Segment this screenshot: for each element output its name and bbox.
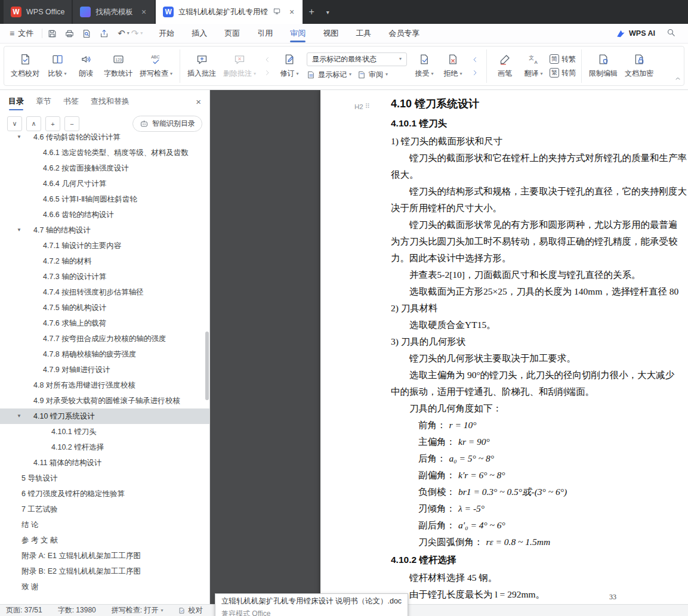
tab-close-icon[interactable]: × — [140, 7, 147, 17]
toc-item[interactable]: ▼4.7 轴的结构设计 — [0, 222, 209, 238]
toc-item[interactable]: 7 工艺试验 — [0, 502, 209, 517]
tab-docer-template[interactable]: 找稿壳模板 × — [73, 0, 155, 24]
menu-tab[interactable]: 审阅 — [289, 24, 306, 43]
drag-handle-icon[interactable]: ⠿ — [365, 103, 370, 110]
toc-item[interactable]: 4.7.1 轴设计的主要内容 — [0, 238, 209, 253]
search-button[interactable] — [666, 27, 676, 39]
new-tab-button[interactable]: + — [303, 0, 320, 24]
proofread-status-button[interactable]: 校对 — [178, 605, 202, 615]
traditional-to-simplified-button[interactable]: 繁 转简 — [550, 68, 576, 78]
tab-wps-office[interactable]: W WPS Office — [4, 0, 72, 24]
toc-item[interactable]: 4.8 对所有选用键进行强度校核 — [0, 377, 209, 393]
toc-item[interactable]: 4.7.5 轴的机构设计 — [0, 300, 209, 315]
reject-button[interactable]: 拒绝▾ — [439, 51, 467, 81]
insert-comment-button[interactable]: 插入批注 — [184, 51, 219, 81]
encrypt-button[interactable]: 文档加密 — [622, 51, 656, 81]
toc-item[interactable]: 4.6.2 按齿面接触强度设计 — [0, 160, 209, 176]
toc-item[interactable]: 4.6.6 齿轮的结构设计 — [0, 207, 209, 222]
toc-item[interactable]: 4.7.2 轴的材料 — [0, 253, 209, 269]
accept-button[interactable]: 接受▾ — [411, 51, 438, 81]
menu-tab[interactable]: 引用 — [257, 24, 273, 43]
next-change-button[interactable] — [469, 68, 481, 78]
toc-expand-icon[interactable]: ▼ — [17, 129, 21, 145]
menu-tab[interactable]: 插入 — [191, 24, 208, 43]
print-button[interactable] — [64, 29, 75, 39]
markup-state-select[interactable]: 显示标记的最终状态 ▾ — [307, 52, 407, 66]
toc-item[interactable]: 5 导轨设计 — [0, 470, 209, 486]
review-pane-button[interactable]: 审阅▾ — [357, 70, 388, 80]
simplified-to-traditional-button[interactable]: 简 转繁 — [550, 54, 576, 64]
toc-item[interactable]: ▼4.10 镗刀系统设计 — [0, 408, 209, 424]
word-count-status[interactable]: 字数: 13980 — [58, 605, 96, 615]
sidebar-tab[interactable]: 查找和替换 — [91, 90, 129, 113]
delete-comment-button[interactable]: 删除批注▾ — [220, 51, 259, 81]
save-button[interactable] — [47, 29, 57, 39]
toc-item[interactable]: 4.11 箱体的结构设计 — [0, 455, 209, 470]
toc-item[interactable]: 致 谢 — [0, 579, 209, 595]
sidebar-scrollbar-thumb[interactable] — [205, 332, 209, 400]
toc-item[interactable]: 4.9 对承受较大载荷的圆锥滚子轴承进行校核 — [0, 393, 209, 408]
menu-tab[interactable]: 视图 — [322, 24, 339, 43]
redo-button[interactable]: ↷ — [131, 28, 139, 39]
document-line: 副后角：a′₀ = 4° ~ 6° — [391, 517, 688, 534]
tab-close-icon[interactable]: × — [288, 7, 295, 17]
document-line: 后角：a₀ = 5° ~ 8° — [391, 450, 688, 467]
toc-item[interactable]: 4.7.6 求轴上的载荷 — [0, 315, 209, 331]
toc-item[interactable]: 4.6.5 计算Ⅰ-Ⅱ轴间圆柱斜齿轮 — [0, 191, 209, 207]
toc-item[interactable]: 4.10.2 镗杆选择 — [0, 439, 209, 455]
output-button[interactable] — [99, 29, 109, 39]
brush-button[interactable]: 画笔 — [491, 51, 519, 81]
tab-current-document[interactable]: W 立辊轧机机架扩孔机专用镗床 × — [156, 0, 303, 24]
toc-item[interactable]: 附录 B: E2 立辊轧机机架加工工序图 — [0, 564, 209, 579]
menu-tab[interactable]: 开始 — [158, 24, 175, 43]
undo-button[interactable]: ↶ — [118, 28, 125, 39]
sidebar-tab[interactable]: 章节 — [36, 90, 51, 113]
toc-expand-icon[interactable]: ▼ — [17, 222, 21, 238]
spell-check-button[interactable]: ABC 拼写检查▾ — [137, 51, 175, 81]
document-page[interactable]: H2 ⠿ 4.10 镗刀系统设计4.10.1 镗刀头1) 镗刀头的截面形状和尺寸… — [320, 90, 688, 604]
word-count-button[interactable]: 123 字数统计 — [101, 51, 135, 81]
heading-level-badge[interactable]: H2 ⠿ — [354, 103, 370, 110]
wps-ai-button[interactable]: WPS AI — [616, 29, 655, 39]
toc-item[interactable]: 4.6.1 选定齿轮类型、精度等级、材料及齿数 — [0, 145, 209, 160]
toc-item[interactable]: 4.6.4 几何尺寸计算 — [0, 176, 209, 191]
toc-item[interactable]: 4.10.1 镗刀头 — [0, 424, 209, 439]
doc-proofread-button[interactable]: 文档校对 — [8, 51, 42, 81]
sidebar-tab[interactable]: 书签 — [63, 90, 79, 113]
menu-tab[interactable]: 会员专享 — [388, 24, 420, 43]
document-line: 选取主偏角为 90°的镗刀头，此刀头的径向切削力很小，大大减少 — [391, 367, 688, 383]
track-changes-button[interactable]: 修订▾ — [276, 51, 303, 81]
prev-comment-button[interactable] — [261, 55, 273, 64]
toc-item[interactable]: ▼4.6 传动斜齿轮的设计计算 — [0, 129, 209, 145]
toc-item[interactable]: 4.7.3 轴的设计计算 — [0, 269, 209, 284]
toc-item[interactable]: 4.7.8 精确校核轴的疲劳强度 — [0, 346, 209, 362]
file-menu-button[interactable]: ≡ 文件 — [6, 28, 37, 39]
compare-button[interactable]: 比较▾ — [44, 51, 71, 81]
toc-item[interactable]: 4.7.9 对轴Ⅱ进行设计 — [0, 362, 209, 377]
redo-history-icon[interactable]: ▾ — [140, 31, 143, 36]
restrict-edit-button[interactable]: 限制编辑 — [586, 51, 621, 81]
menu-tab[interactable]: 页面 — [224, 24, 240, 43]
arrow-right-icon — [264, 69, 271, 76]
toc-expand-icon[interactable]: ▼ — [17, 408, 21, 424]
show-markup-button[interactable]: 显示标记▾ — [307, 70, 351, 80]
toc-item[interactable]: 4.7.7 按弯扭合成应力校核的轴的强度 — [0, 331, 209, 346]
print-preview-button[interactable] — [82, 29, 92, 39]
toc-item[interactable]: 4.7.4 按扭转强度初步估算轴径 — [0, 284, 209, 300]
toc-item[interactable]: 6 镗刀强度及镗杆的稳定性验算 — [0, 486, 209, 502]
toc-item[interactable]: 附录 A: E1 立辊轧机机架加工工序图 — [0, 548, 209, 564]
tab-list-button[interactable]: ▾ — [320, 0, 335, 24]
prev-change-button[interactable] — [469, 55, 481, 64]
toc-item[interactable]: 参 考 文 献 — [0, 533, 209, 548]
spellcheck-status[interactable]: 拼写检查: 打开▾ — [112, 605, 163, 615]
close-panel-icon[interactable]: × — [196, 97, 201, 107]
menu-tab[interactable]: 工具 — [355, 24, 372, 43]
collapse-ribbon-button[interactable] — [674, 74, 681, 85]
toc-item[interactable]: 结 论 — [0, 517, 209, 533]
translate-button[interactable]: 文A 翻译▾ — [520, 51, 547, 81]
menu-bar: ≡ 文件 ↶ ▾ ↷ ▾ 开始插入页面引用审阅视图工具会员专享 WPS AI — [0, 24, 688, 44]
undo-history-icon[interactable]: ▾ — [127, 31, 129, 36]
sidebar-tab[interactable]: 目录 — [8, 90, 24, 113]
next-comment-button[interactable] — [261, 68, 273, 78]
read-aloud-button[interactable]: 朗读 — [72, 51, 100, 81]
